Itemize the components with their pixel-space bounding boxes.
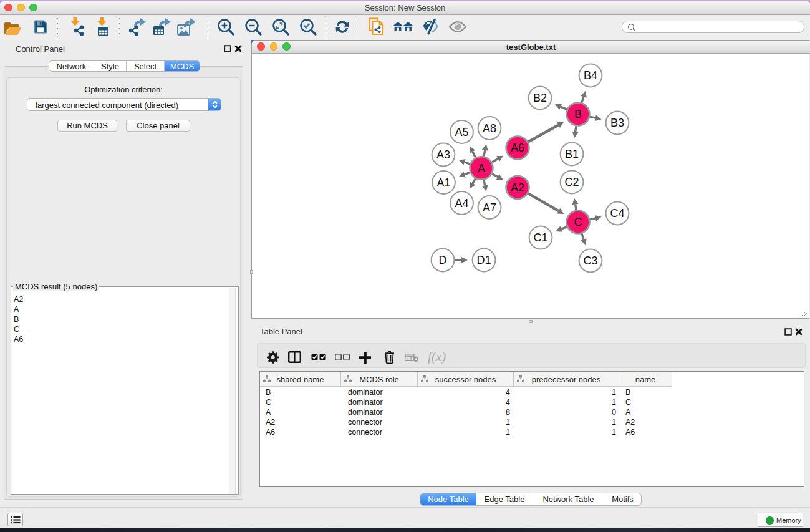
svg-text:A7: A7 — [483, 201, 496, 214]
svg-text:A4: A4 — [455, 197, 468, 210]
svg-text:A1: A1 — [436, 177, 450, 189]
svg-text:C4: C4 — [610, 207, 624, 220]
svg-text:C1: C1 — [533, 231, 547, 244]
svg-text:A: A — [478, 162, 485, 175]
svg-text:A3: A3 — [436, 148, 450, 161]
svg-text:D: D — [439, 254, 447, 266]
svg-text:C2: C2 — [564, 176, 579, 188]
svg-text:C: C — [574, 216, 582, 228]
svg-text:B: B — [574, 108, 582, 120]
svg-text:A2: A2 — [511, 181, 524, 194]
svg-text:A8: A8 — [483, 122, 496, 135]
svg-text:B4: B4 — [584, 69, 597, 82]
svg-text:A5: A5 — [455, 126, 468, 138]
svg-text:A6: A6 — [511, 142, 524, 154]
svg-text:B2: B2 — [533, 92, 547, 104]
svg-text:C3: C3 — [583, 254, 597, 267]
svg-text:D1: D1 — [476, 254, 491, 266]
svg-text:B3: B3 — [610, 117, 624, 129]
svg-text:B1: B1 — [565, 148, 579, 160]
